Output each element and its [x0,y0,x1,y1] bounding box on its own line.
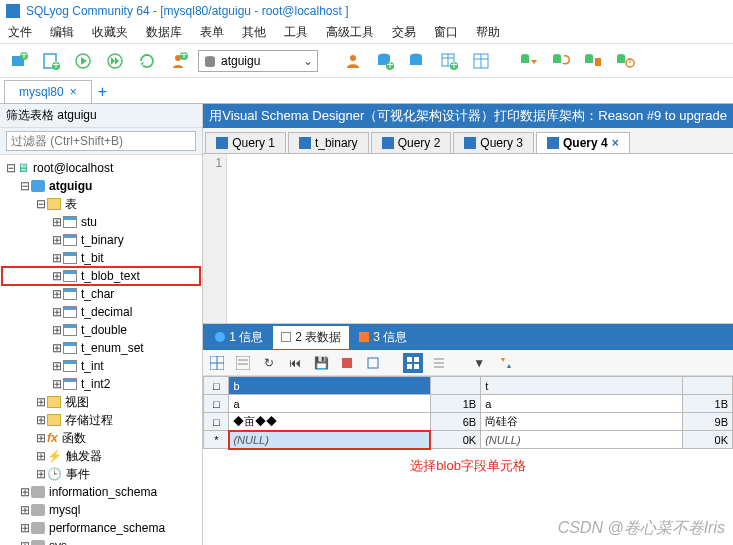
result-tab-info1[interactable]: 1 信息 [207,326,271,349]
grid-mode-icon[interactable] [403,353,423,373]
tree-procs[interactable]: ⊞存储过程 [2,411,200,429]
query-tabs: Query 1t_binaryQuery 2Query 3Query 4× [203,128,733,154]
query-icon [216,137,228,149]
tree-table-t_enum_set[interactable]: ⊞t_enum_set [2,339,200,357]
table-row[interactable]: □a1Ba1B [204,395,733,413]
sync2-icon[interactable] [548,48,574,74]
menu-advtools[interactable]: 高级工具 [326,24,374,41]
grid-view-icon[interactable] [207,353,227,373]
menu-tools[interactable]: 工具 [284,24,308,41]
svg-marker-7 [81,57,87,65]
table-row[interactable]: □◆亩◆◆6B尚硅谷9B [204,413,733,431]
tree-table-t_char[interactable]: ⊞t_char [2,285,200,303]
tree-trig[interactable]: ⊞⚡触发器 [2,447,200,465]
svg-text:+: + [386,58,393,70]
query-tab[interactable]: Query 2 [371,132,452,153]
svg-marker-35 [531,60,537,64]
tree-table-t_int2[interactable]: ⊞t_int2 [2,375,200,393]
sort-icon[interactable] [495,353,515,373]
connection-tab[interactable]: mysql80 × [4,80,92,103]
tree-views[interactable]: ⊞视图 [2,393,200,411]
svg-rect-51 [342,358,352,368]
tree-table-stu[interactable]: ⊞stu [2,213,200,231]
tree-server[interactable]: ⊟🖥root@localhost [2,159,200,177]
object-browser: 筛选表格 atguigu ⊟🖥root@localhost ⊟atguigu ⊟… [0,104,203,545]
result-tab-data[interactable]: 2 表数据 [273,326,349,349]
menu-trans[interactable]: 交易 [392,24,416,41]
new-connection-icon[interactable]: + [6,48,32,74]
database-combo[interactable]: atguigu ⌄ [198,50,318,72]
text-mode-icon[interactable] [429,353,449,373]
tree-db-performance_schema[interactable]: ⊞performance_schema [2,519,200,537]
execute-icon[interactable] [70,48,96,74]
svg-rect-37 [553,56,561,63]
tree-db-mysql[interactable]: ⊞mysql [2,501,200,519]
execute-all-icon[interactable] [102,48,128,74]
menu-edit[interactable]: 编辑 [50,24,74,41]
save-icon[interactable]: 💾 [311,353,331,373]
filter-input[interactable] [6,131,196,151]
filter-label: 筛选表格 atguigu [6,108,97,122]
result-tab-info3[interactable]: 3 信息 [351,326,415,349]
table-add-icon[interactable]: + [436,48,462,74]
query-tab[interactable]: Query 3 [453,132,534,153]
tree-table-t_int[interactable]: ⊞t_int [2,357,200,375]
object-tree[interactable]: ⊟🖥root@localhost ⊟atguigu ⊟表 ⊞stu⊞t_bina… [0,155,202,545]
menu-database[interactable]: 数据库 [146,24,182,41]
close-icon[interactable]: × [70,85,77,99]
db-add-icon[interactable]: + [372,48,398,74]
insert-row-icon[interactable] [337,353,357,373]
svg-marker-10 [115,57,119,65]
menu-other[interactable]: 其他 [242,24,266,41]
user-icon[interactable] [340,48,366,74]
menu-bar: 文件 编辑 收藏夹 数据库 表单 其他 工具 高级工具 交易 窗口 帮助 [0,22,733,44]
add-connection-button[interactable]: + [92,81,113,103]
menu-help[interactable]: 帮助 [476,24,500,41]
sync3-icon[interactable] [580,48,606,74]
db-tool-icon[interactable] [404,48,430,74]
col-header-t[interactable]: t [481,377,682,395]
delete-row-icon[interactable] [363,353,383,373]
query-tab[interactable]: Query 1 [205,132,286,153]
new-query-icon[interactable]: + [38,48,64,74]
promo-banner[interactable]: 用Visual Schema Designer（可视化架构设计器）打印数据库架构… [203,104,733,128]
select-all-checkbox[interactable]: □ [204,377,229,395]
form-view-icon[interactable] [233,353,253,373]
svg-marker-62 [507,364,511,368]
tree-db-information_schema[interactable]: ⊞information_schema [2,483,200,501]
tree-tables[interactable]: ⊟表 [2,195,200,213]
close-icon[interactable]: × [612,136,619,150]
annotation: 选择blob字段单元格 [203,449,733,483]
refresh-grid-icon[interactable]: ↻ [259,353,279,373]
tree-table-t_double[interactable]: ⊞t_double [2,321,200,339]
menu-fav[interactable]: 收藏夹 [92,24,128,41]
tree-funcs[interactable]: ⊞fx函数 [2,429,200,447]
menu-table[interactable]: 表单 [200,24,224,41]
result-tabs: 1 信息 2 表数据 3 信息 [203,324,733,350]
tree-table-t_binary[interactable]: ⊞t_binary [2,231,200,249]
filter-icon[interactable]: ▼ [469,353,489,373]
menu-file[interactable]: 文件 [8,24,32,41]
first-icon[interactable]: ⏮ [285,353,305,373]
table-icon[interactable] [468,48,494,74]
tree-db[interactable]: ⊟atguigu [2,177,200,195]
tree-table-t_decimal[interactable]: ⊞t_decimal [2,303,200,321]
gutter: 1 [203,154,227,323]
menu-window[interactable]: 窗口 [434,24,458,41]
col-header-b[interactable]: b [229,377,430,395]
tree-table-t_bit[interactable]: ⊞t_bit [2,249,200,267]
query-tab[interactable]: t_binary [288,132,369,153]
sync-icon[interactable] [516,48,542,74]
table-row[interactable]: *(NULL)0K(NULL)0K [204,431,733,449]
tree-table-t_blob_text[interactable]: ⊞t_blob_text [2,267,200,285]
user-plus-icon[interactable]: + [166,48,192,74]
tree-event[interactable]: ⊞🕒事件 [2,465,200,483]
refresh-icon[interactable] [134,48,160,74]
svg-point-17 [205,63,215,67]
data-grid[interactable]: □ b t □a1Ba1B□◆亩◆◆6B尚硅谷9B*(NULL)0K(NULL)… [203,376,733,449]
schedule-icon[interactable] [612,48,638,74]
watermark: CSDN @卷心菜不卷Iris [558,518,725,539]
sql-editor[interactable]: 1 [203,154,733,324]
tree-db-sys[interactable]: ⊞sys [2,537,200,545]
query-tab[interactable]: Query 4× [536,132,630,153]
